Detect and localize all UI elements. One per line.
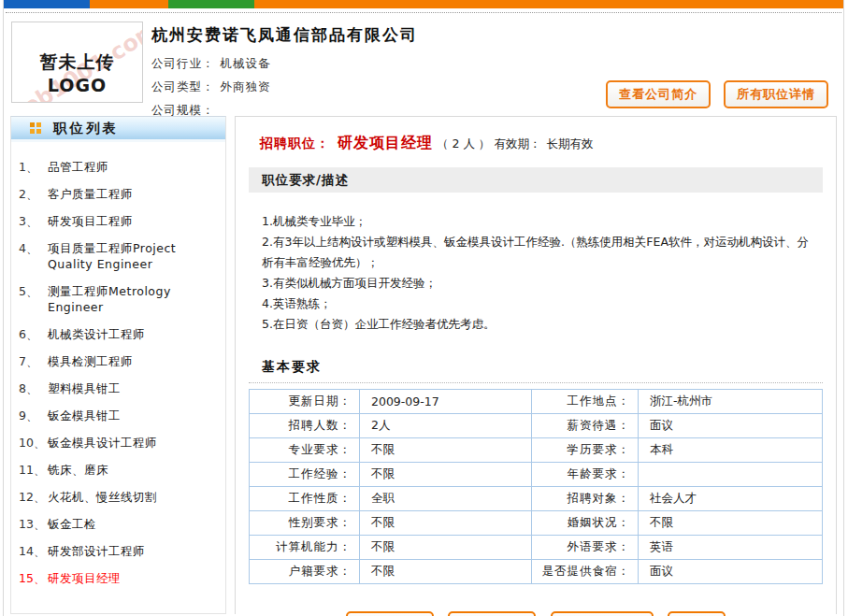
job-description-line: 3.有类似机械方面项目开发经验；	[262, 273, 810, 294]
table-value-cell: 全职	[360, 487, 532, 511]
validity-value: 长期有效	[546, 136, 593, 150]
job-description-line: 4.英语熟练；	[262, 294, 810, 314]
job-list-item[interactable]: 1、 品管工程师	[19, 153, 222, 180]
job-list-item-number: 15、	[19, 570, 48, 586]
top-color-bar	[4, 0, 843, 8]
job-list-item-label: 钣金模具设计工程师	[48, 435, 222, 451]
job-list-item-number: 5、	[19, 283, 48, 315]
job-list-item-label: 研发部设计工程师	[48, 543, 222, 559]
table-row: 招聘人数： 2人 薪资待遇： 面议	[250, 414, 823, 438]
dotted-divider	[249, 382, 823, 383]
logo-placeholder-text: 暂未上传LOGO	[12, 50, 142, 95]
section-title-basic: 基本要求	[249, 359, 823, 376]
company-link-button[interactable]: 查看公司简介	[606, 80, 711, 108]
job-list-item-label: 研发项目经理	[48, 570, 222, 586]
table-row: 工作性质： 全职 招聘对象： 社会人才	[250, 487, 823, 511]
job-description-line: 5.在日资（台资）企业工作经验者优先考虑。	[262, 314, 810, 335]
table-label-cell: 学历要求：	[532, 438, 639, 463]
table-value-cell: 2009-09-17	[360, 390, 532, 414]
job-list-item-label: 项目质量工程师Project Quality Engineer	[48, 240, 222, 272]
table-row: 计算机能力： 不限 外语要求： 英语	[250, 536, 823, 560]
table-label-cell: 专业要求：	[250, 438, 360, 463]
job-list: 1、 品管工程师 2、 客户质量工程师 3、 研发项目工程师 4、	[11, 142, 225, 592]
table-row: 性别要求： 不限 婚姻状况： 不限	[250, 511, 823, 536]
job-description-line: 2.有3年以上结构设计或塑料模具、钣金模具设计工作经验.（熟练使用相关FEA软件…	[262, 232, 810, 273]
table-row: 更新日期： 2009-09-17 工作地点： 浙江-杭州市	[250, 390, 823, 414]
job-detail-panel: 招聘职位：研发项目经理（ 2 人 ）有效期：长期有效 职位要求/描述 1.机械类…	[235, 116, 837, 614]
table-value-cell: 不限	[360, 536, 532, 560]
content-region: 职位列表 1、 品管工程师 2、 客户质量工程师 3、	[4, 112, 843, 614]
company-logo-placeholder: job1001.com 暂未上传LOGO	[11, 21, 143, 103]
table-value-cell: 社会人才	[639, 487, 823, 511]
action-button[interactable]: 收藏职位	[448, 611, 536, 616]
job-header-label: 招聘职位：	[260, 136, 330, 150]
topbar-orange-segment	[90, 0, 168, 8]
job-list-item[interactable]: 10、 钣金模具设计工程师	[19, 429, 222, 456]
action-button[interactable]: 打印	[668, 611, 726, 616]
company-header: job1001.com 暂未上传LOGO 杭州安费诺飞凤通信部品有限公司 公司行…	[4, 13, 843, 112]
job-description-line: 1.机械类专业毕业；	[262, 211, 810, 232]
job-list-item[interactable]: 9、 钣金模具钳工	[19, 402, 222, 429]
company-name: 杭州安费诺飞凤通信部品有限公司	[151, 21, 834, 46]
table-label-cell: 年龄要求：	[532, 463, 639, 487]
table-label-cell: 是否提供食宿：	[532, 560, 639, 584]
table-value-cell	[639, 463, 823, 487]
validity-label: 有效期：	[494, 136, 540, 150]
job-list-item[interactable]: 12、 火花机、慢丝线切割	[19, 483, 222, 510]
job-list-item[interactable]: 13、 钣金工检	[19, 510, 222, 537]
job-list-item[interactable]: 4、 项目质量工程师Project Quality Engineer	[19, 235, 222, 278]
job-list-item-label: 品管工程师	[48, 159, 222, 175]
header-buttons: 查看公司简介 所有职位详情	[597, 80, 828, 108]
job-list-item-number: 14、	[19, 543, 48, 559]
sidebar-title: 职位列表	[53, 120, 119, 137]
table-label-cell: 工作地点：	[532, 390, 639, 414]
job-list-item-number: 9、	[19, 408, 48, 423]
table-value-cell: 不限	[360, 560, 532, 584]
table-label-cell: 外语要求：	[532, 536, 639, 560]
job-list-item-number: 10、	[19, 435, 48, 451]
job-list-item-label: 研发项目工程师	[48, 213, 222, 229]
table-row: 专业要求： 不限 学历要求： 本科	[250, 438, 823, 463]
job-list-item[interactable]: 6、 机械类设计工程师	[19, 321, 222, 348]
table-value-cell: 浙江-杭州市	[639, 390, 823, 414]
job-list-item[interactable]: 8、 塑料模具钳工	[19, 375, 222, 402]
table-value-cell: 不限	[639, 511, 823, 536]
section-title-requirements: 职位要求/描述	[249, 167, 823, 193]
job-list-item-label: 测量工程师Metrology Engineer	[48, 283, 222, 315]
job-header: 招聘职位：研发项目经理（ 2 人 ）有效期：长期有效	[249, 134, 823, 153]
job-list-item[interactable]: 7、 模具检测工程师	[19, 348, 222, 375]
job-list-item-number: 12、	[19, 489, 48, 505]
job-list-item-label: 钣金工检	[48, 516, 222, 532]
job-list-item-label: 钣金模具钳工	[48, 408, 222, 423]
table-label-cell: 性别要求：	[250, 511, 360, 536]
company-field-value: 外商独资	[221, 79, 271, 93]
job-list-item[interactable]: 2、 客户质量工程师	[19, 180, 222, 208]
job-headcount: （ 2 人 ）	[437, 136, 490, 150]
table-value-cell: 英语	[639, 536, 823, 560]
job-description: 1.机械类专业毕业； 2.有3年以上结构设计或塑料模具、钣金模具设计工作经验.（…	[249, 211, 823, 335]
company-field: 公司行业：机械设备	[151, 51, 834, 75]
table-row: 户籍要求： 不限 是否提供食宿： 面议	[250, 560, 823, 584]
table-label-cell: 工作经验：	[250, 463, 360, 487]
table-label-cell: 婚姻状况：	[532, 511, 639, 536]
job-list-item[interactable]: 5、 测量工程师Metrology Engineer	[19, 278, 222, 321]
company-link-button[interactable]: 所有职位详情	[724, 80, 828, 108]
company-field-value: 机械设备	[221, 56, 271, 70]
table-row: 工作经验： 不限 年龄要求：	[250, 463, 823, 487]
job-list-item-number: 7、	[19, 353, 48, 369]
basic-requirements-table: 更新日期： 2009-09-17 工作地点： 浙江-杭州市 招聘人数： 2人 薪…	[249, 389, 823, 584]
action-button[interactable]: 立刻申请	[346, 611, 434, 616]
job-list-item[interactable]: 3、 研发项目工程师	[19, 208, 222, 235]
job-list-item[interactable]: 15、 研发项目经理	[19, 565, 222, 592]
job-list-item-number: 13、	[19, 516, 48, 532]
company-field-label: 公司类型：	[151, 79, 215, 93]
table-label-cell: 户籍要求：	[250, 560, 360, 584]
table-label-cell: 更新日期：	[250, 390, 360, 414]
action-button[interactable]: 推荐给好友	[551, 611, 654, 616]
job-list-item[interactable]: 11、 铣床、磨床	[19, 456, 222, 483]
job-list-item[interactable]: 14、 研发部设计工程师	[19, 537, 222, 565]
job-list-item-number: 8、	[19, 380, 48, 396]
job-list-item-number: 11、	[19, 462, 48, 478]
job-list-item-number: 4、	[19, 240, 48, 272]
job-list-item-label: 火花机、慢丝线切割	[48, 489, 222, 505]
